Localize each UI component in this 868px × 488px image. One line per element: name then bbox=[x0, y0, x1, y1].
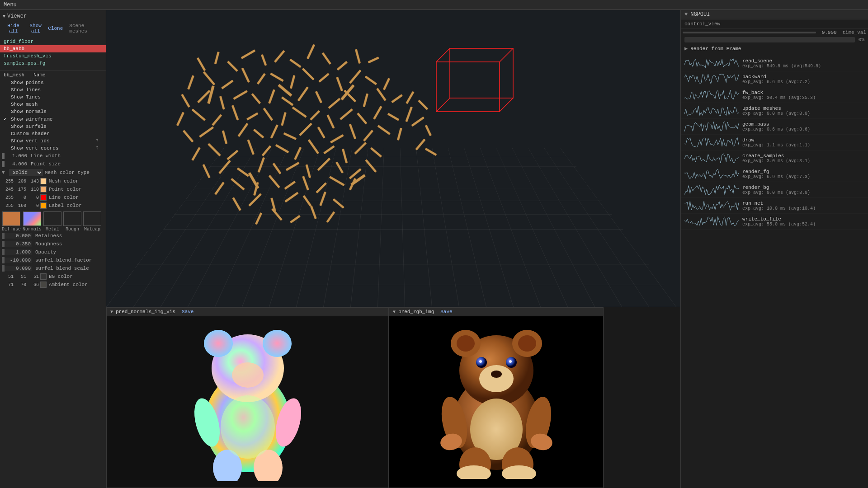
svg-rect-11 bbox=[368, 56, 379, 63]
perf-info-draw: draw exp_avg: 1.1 ms (avg:1.1) bbox=[742, 137, 864, 148]
progress-bar bbox=[684, 37, 855, 42]
line-color-r: 255 bbox=[2, 195, 14, 200]
mesh-color-type-select[interactable]: Solid Vertex Texture bbox=[9, 169, 43, 176]
panel-normals-save-button[interactable]: Save bbox=[182, 309, 193, 314]
label-color-swatch[interactable] bbox=[40, 202, 47, 209]
bb-mesh-label: bb_mesh bbox=[4, 72, 24, 78]
svg-rect-9 bbox=[337, 61, 348, 70]
metalness-input[interactable] bbox=[5, 233, 32, 239]
svg-rect-18 bbox=[290, 75, 295, 89]
swatch-rough-label: Rough bbox=[66, 227, 79, 232]
toggle-show-mesh[interactable]: Show mesh bbox=[0, 101, 106, 108]
mesh-item-frustum[interactable]: frustum_mesh_vis bbox=[0, 52, 106, 60]
toggle-show-normals[interactable]: Show normals bbox=[0, 108, 106, 115]
swatch-matcap[interactable]: Matcap bbox=[83, 211, 101, 232]
toggle-show-vert-ids[interactable]: Show vert ids ? bbox=[0, 137, 106, 145]
svg-rect-100 bbox=[232, 197, 241, 211]
svg-rect-30 bbox=[268, 89, 275, 104]
viewport-3d[interactable] bbox=[106, 10, 680, 307]
perf-row-run_net: run_net exp_avg: 10.0 ms (avg:10.4) bbox=[681, 198, 868, 214]
svg-rect-58 bbox=[253, 129, 264, 138]
mesh-item-bb-aabb[interactable]: bb_aabb bbox=[0, 45, 106, 52]
swatch-metal[interactable]: Metal bbox=[43, 211, 61, 232]
svg-rect-31 bbox=[281, 97, 293, 106]
point-color-r: 245 bbox=[2, 187, 14, 192]
point-color-swatch[interactable] bbox=[40, 186, 47, 192]
svg-rect-69 bbox=[208, 143, 221, 156]
svg-rect-47 bbox=[310, 110, 320, 121]
swatch-rough[interactable]: Rough bbox=[63, 211, 81, 232]
svg-rect-66 bbox=[377, 125, 391, 135]
swatch-matcap-label: Matcap bbox=[84, 227, 100, 232]
bottom-panels: ▼ pred_normals_img_vis Save bbox=[106, 307, 680, 488]
svg-rect-23 bbox=[365, 75, 377, 85]
toggle-show-vert-coords[interactable]: Show vert coords ? bbox=[0, 145, 106, 152]
swatch-normals[interactable]: Normals bbox=[23, 211, 42, 232]
content-area: ▼ pred_normals_img_vis Save bbox=[106, 10, 680, 488]
svg-rect-123 bbox=[436, 62, 500, 112]
surfel-blend-factor-input[interactable] bbox=[5, 258, 32, 263]
svg-point-131 bbox=[204, 330, 233, 357]
help-icon-vert-coords: ? bbox=[96, 146, 102, 151]
perf-section: read_scene exp_avg: 549.8 ms (avg:549.8)… bbox=[681, 54, 868, 231]
opacity-input[interactable] bbox=[5, 249, 32, 255]
toggle-show-tines[interactable]: Show Tines bbox=[0, 94, 106, 101]
mesh-color-swatch[interactable] bbox=[40, 178, 47, 184]
check-show-wireframe: ✓ bbox=[4, 116, 11, 122]
ngpgui-header: ▼ NGPGUI bbox=[681, 10, 868, 19]
panel-normals-title: pred_normals_img_vis bbox=[116, 309, 175, 314]
check-show-surfels bbox=[4, 124, 11, 129]
label-show-tines: Show Tines bbox=[11, 94, 102, 100]
render-from-frame-btn[interactable]: ▶ Render from Frame bbox=[681, 43, 868, 54]
mesh-item-samples[interactable]: samples_pos_fg bbox=[0, 60, 106, 67]
toggle-custom-shader[interactable]: Custom shader bbox=[0, 130, 106, 137]
ambient-color-b: 66 bbox=[27, 282, 39, 287]
swatch-diffuse[interactable]: Diffuse bbox=[2, 211, 21, 232]
svg-rect-57 bbox=[238, 123, 249, 137]
perf-name-geom_pass: geom_pass bbox=[742, 122, 864, 127]
line-color-swatch[interactable] bbox=[40, 194, 47, 201]
svg-rect-14 bbox=[221, 80, 233, 89]
toggle-show-wireframe[interactable]: ✓ Show wireframe bbox=[0, 115, 106, 123]
panel-normals-arrow-icon: ▼ bbox=[110, 310, 113, 314]
svg-rect-39 bbox=[176, 112, 184, 126]
toggle-show-lines[interactable]: Show lines bbox=[0, 86, 106, 94]
check-show-tines bbox=[4, 94, 11, 100]
panel-rgb-save-button[interactable]: Save bbox=[440, 309, 452, 314]
label-color-b: 0 bbox=[27, 203, 39, 208]
perf-stat-draw: exp_avg: 1.1 ms (avg:1.1) bbox=[742, 143, 864, 148]
perf-row-render_bg: render_bg exp_avg: 0.0 ms (avg:8.0) bbox=[681, 182, 868, 198]
bg-color-swatch[interactable] bbox=[40, 273, 47, 280]
show-all-button[interactable]: Show all bbox=[26, 22, 45, 35]
viewer-arrow: ▼ bbox=[3, 14, 5, 19]
perf-stat-fw_back: exp_avg: 30.4 ms (avg:35.3) bbox=[742, 95, 864, 100]
svg-rect-45 bbox=[281, 112, 286, 126]
perf-row-draw: draw exp_avg: 1.1 ms (avg:1.1) bbox=[681, 135, 868, 150]
hide-all-button[interactable]: Hide all bbox=[4, 22, 23, 35]
time-slider-track[interactable] bbox=[683, 32, 816, 33]
svg-rect-62 bbox=[317, 127, 326, 138]
mesh-color-row: 255 206 143 Mesh color bbox=[0, 177, 106, 185]
viewer-header[interactable]: ▼ Viewer bbox=[0, 12, 106, 21]
point-color-b: 110 bbox=[27, 187, 39, 192]
svg-rect-16 bbox=[257, 73, 266, 84]
roughness-input[interactable] bbox=[5, 241, 32, 247]
line-color-g: 0 bbox=[14, 195, 26, 200]
mesh-list: grid_floor bb_aabb frustum_mesh_vis samp… bbox=[0, 38, 106, 67]
svg-rect-32 bbox=[297, 86, 309, 101]
svg-rect-40 bbox=[192, 108, 206, 121]
toggle-show-surfels[interactable]: Show surfels bbox=[0, 123, 106, 130]
perf-stat-run_net: exp_avg: 10.0 ms (avg:10.4) bbox=[742, 206, 864, 211]
svg-rect-112 bbox=[406, 91, 414, 104]
clone-button[interactable]: Clone bbox=[48, 22, 63, 35]
menu-label[interactable]: Menu bbox=[4, 2, 17, 8]
swatch-rough-box bbox=[63, 211, 81, 226]
surfel-blend-scale-input[interactable] bbox=[5, 266, 32, 271]
mesh-item-grid-floor[interactable]: grid_floor bbox=[0, 38, 106, 45]
point-color-label: Point color bbox=[48, 187, 82, 192]
ambient-color-swatch[interactable] bbox=[40, 282, 47, 288]
progress-row: 0% bbox=[681, 36, 868, 43]
panel-normals-content bbox=[107, 316, 388, 488]
toggle-show-points[interactable]: Show points bbox=[0, 79, 106, 86]
mesh-color-g: 206 bbox=[14, 179, 26, 184]
